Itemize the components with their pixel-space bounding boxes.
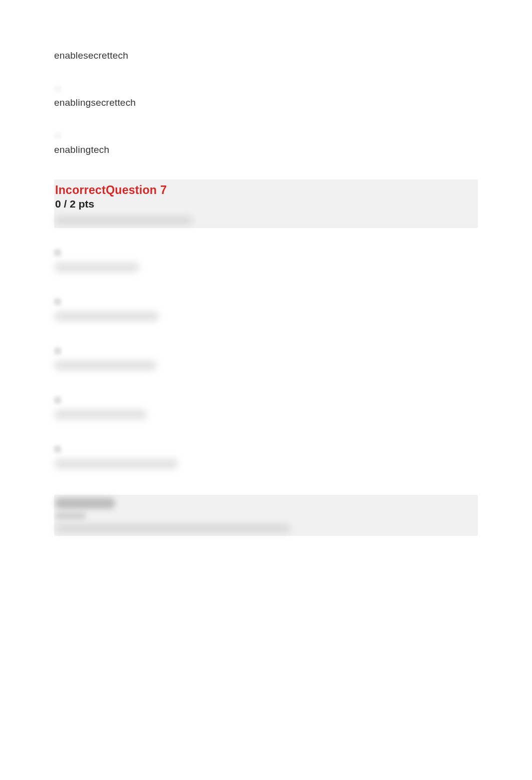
answer-marker-blurred: [54, 249, 61, 256]
question-8-header: [54, 495, 478, 536]
answer-option: enablesecrettech: [54, 50, 478, 61]
question-8-score-blurred: [55, 512, 86, 520]
question-7-header: IncorrectQuestion 7 0 / 2 pts: [54, 179, 478, 228]
question-title: IncorrectQuestion 7: [55, 183, 477, 197]
answer-text-blurred: [54, 311, 159, 321]
answer-marker: [54, 85, 61, 92]
answer-text-blurred: [54, 360, 157, 370]
answer-text-blurred: [54, 262, 139, 272]
question-number: Question 7: [106, 183, 167, 197]
question-score: 0 / 2 pts: [55, 198, 477, 210]
answer-marker-blurred: [54, 298, 61, 305]
question-8-title-blurred: [55, 498, 115, 509]
answer-text: enablingtech: [54, 144, 478, 155]
question-status: Incorrect: [55, 183, 106, 197]
question-7-answers: [54, 249, 478, 469]
prior-answers-section: enablesecrettech enablingsecrettech enab…: [54, 50, 478, 155]
answer-text: enablingsecrettech: [54, 97, 478, 108]
answer-marker-blurred: [54, 347, 61, 354]
answer-marker-blurred: [54, 397, 61, 404]
answer-text: enablesecrettech: [54, 50, 478, 61]
answer-option-blurred: [54, 347, 478, 370]
answer-text-blurred: [54, 410, 147, 420]
answer-marker: [54, 132, 61, 139]
answer-option-blurred: [54, 298, 478, 321]
answer-option-blurred: [54, 446, 478, 469]
answer-text-blurred: [54, 459, 178, 469]
answer-marker-blurred: [54, 446, 61, 453]
answer-option-blurred: [54, 249, 478, 272]
answer-option-blurred: [54, 397, 478, 420]
answer-option: enablingsecrettech: [54, 85, 478, 108]
quiz-page-content: enablesecrettech enablingsecrettech enab…: [0, 0, 532, 566]
answer-option: enablingtech: [54, 132, 478, 155]
question-prompt-blurred: [55, 216, 193, 225]
question-8-prompt-blurred: [55, 524, 291, 533]
